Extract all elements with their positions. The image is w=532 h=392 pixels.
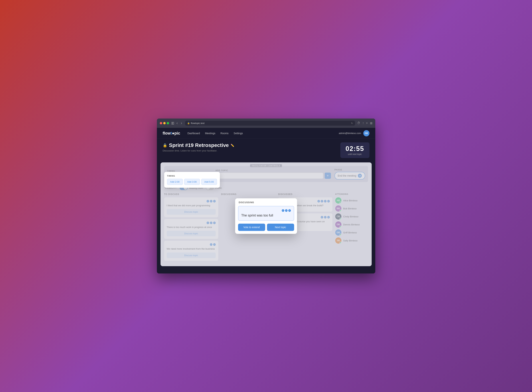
forward-icon[interactable] [180,122,183,125]
nav-rooms[interactable]: Rooms [220,132,228,135]
nav-controls [171,122,183,125]
popup-add-2-button[interactable]: Add 2:00 [167,179,183,185]
vote-extend-button[interactable]: Vote to extend [238,224,265,231]
nav-dashboard[interactable]: Dashboard [187,132,200,135]
svg-rect-0 [172,122,172,124]
browser-actions: ⏱ ↑ + ⊞ [357,121,372,125]
avatar[interactable]: GB [363,130,370,136]
logo[interactable]: flowt●pic [163,131,180,136]
url-text: flowtopic.test [191,122,205,125]
share-icon[interactable]: ↑ [362,121,364,125]
popup-add-3-button[interactable]: Add 3:00 [184,179,200,185]
timing-popup-label: TIMING [167,175,217,177]
nav-links: Dashboard Meetings Rooms Settings [187,132,243,135]
refresh-icon[interactable]: ↻ [351,122,353,125]
timing-popup: TIMING Add 2:00 Add 3:00 Add 5:00 [164,172,220,188]
nav-settings[interactable]: Settings [234,132,243,135]
user-email: admin@bimteso.com [339,132,361,135]
page-lock-icon: 🔒 [163,143,167,148]
main-content: FACILITATOR CONTROLS TIMING Add 2:00 Add… [161,162,372,266]
timing-popup-buttons: Add 2:00 Add 3:00 Add 5:00 [167,179,217,185]
modal-title: DISCUSSING [239,201,293,204]
edit-icon[interactable]: ✏️ [231,144,234,147]
new-tab-icon[interactable]: + [366,121,368,125]
page-header: 🔒 Sprint #19 Retrospective ✏️ Discussion… [157,139,375,162]
close-button[interactable] [160,122,162,124]
nav-meetings[interactable]: Meetings [205,132,215,135]
browser-chrome: 🔒 flowtopic.test ↻ ⏱ ↑ + ⊞ [157,119,375,128]
minimize-button[interactable] [163,122,166,124]
next-topic-button[interactable]: Next topic [267,224,294,231]
modal-header: DISCUSSING [235,198,297,206]
sidebar-icon[interactable] [171,122,174,125]
back-icon[interactable] [176,122,179,125]
discussing-modal: DISCUSSING The sprint was too full Vote … [235,198,297,234]
app: flowt●pic Dashboard Meetings Rooms Setti… [157,128,375,273]
top-nav: flowt●pic Dashboard Meetings Rooms Setti… [157,128,375,139]
timer-label: until next topic [345,153,365,155]
page-subtitle: Discussion time. Listen for cues from yo… [163,149,234,152]
timer-box: 02:55 until next topic [340,142,370,158]
timer-time: 02:55 [345,145,365,153]
address-bar[interactable]: 🔒 flowtopic.test ↻ [185,121,355,126]
history-icon[interactable]: ⏱ [357,121,360,125]
modal-topic-text: The sprint was too full [241,214,291,217]
svg-rect-1 [173,122,174,124]
browser-window: 🔒 flowtopic.test ↻ ⏱ ↑ + ⊞ flowt●pic Das… [157,119,375,273]
lock-icon: 🔒 [187,122,190,124]
fullscreen-button[interactable] [167,122,169,124]
nav-right: admin@bimteso.com GB [339,130,369,136]
vote-dot [288,209,291,212]
page-title-area: 🔒 Sprint #19 Retrospective ✏️ Discussion… [163,142,234,152]
modal-votes [241,209,291,212]
popup-add-5-button[interactable]: Add 5:00 [201,179,217,185]
grid-icon[interactable]: ⊞ [370,121,372,125]
modal-actions: Vote to extend Next topic [235,224,297,234]
page-title: 🔒 Sprint #19 Retrospective ✏️ [163,142,234,148]
vote-dot [285,209,287,212]
vote-dot [282,209,284,212]
traffic-lights [160,122,169,124]
page-title-text: Sprint #19 Retrospective [169,142,229,148]
modal-body: The sprint was too full [238,206,294,221]
